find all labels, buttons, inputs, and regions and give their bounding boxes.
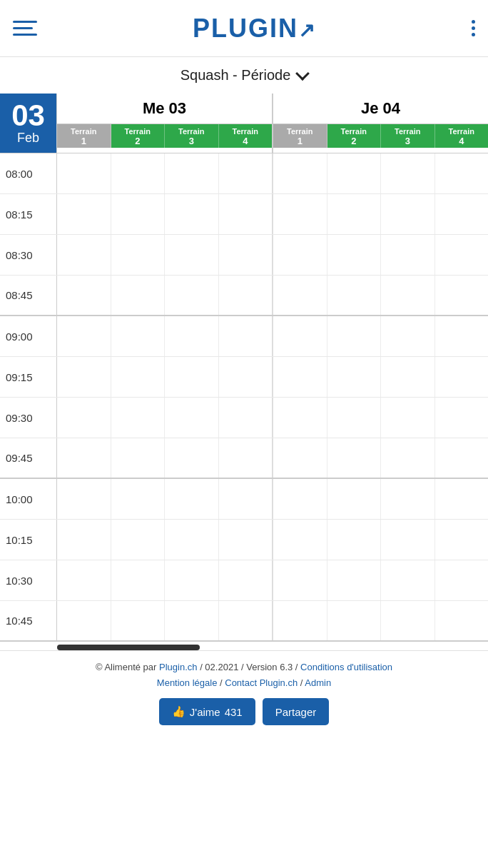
time-cell[interactable] [327,479,382,519]
time-cell[interactable] [381,398,435,438]
time-cell[interactable] [165,235,219,275]
time-cell[interactable] [381,194,435,234]
time-cell[interactable] [381,276,435,315]
time-cell[interactable] [165,276,219,315]
time-cell[interactable] [111,194,166,234]
terrain-cell-je04-1[interactable]: Terrain 1 [273,124,327,148]
time-cell[interactable] [327,194,382,234]
time-cell[interactable] [273,316,327,356]
time-cell[interactable] [57,479,111,519]
time-cell[interactable] [219,398,273,438]
time-cell[interactable] [327,601,382,640]
time-cell[interactable] [435,276,489,315]
time-cell[interactable] [273,153,327,193]
time-cell[interactable] [219,479,273,519]
time-cell[interactable] [219,194,273,234]
time-cell[interactable] [435,479,489,519]
time-cell[interactable] [273,276,327,315]
time-cell[interactable] [219,153,273,193]
time-cell[interactable] [327,276,382,315]
terrain-cell-me03-2[interactable]: Terrain 2 [111,124,166,148]
time-cell[interactable] [219,276,273,315]
time-cell[interactable] [435,357,489,397]
time-cell[interactable] [57,357,111,397]
time-cell[interactable] [273,438,327,478]
time-cell[interactable] [327,153,382,193]
time-cell[interactable] [327,438,382,478]
time-cell[interactable] [57,601,111,640]
time-cell[interactable] [165,194,219,234]
time-cell[interactable] [381,438,435,478]
time-cell[interactable] [165,560,219,600]
time-cell[interactable] [165,153,219,193]
conditions-link[interactable]: Conditions d'utilisation [300,662,392,672]
time-cell[interactable] [57,194,111,234]
time-cell[interactable] [111,235,166,275]
contact-link[interactable]: Contact Plugin.ch [225,677,298,688]
time-cell[interactable] [435,194,489,234]
terrain-cell-je04-2[interactable]: Terrain 2 [327,124,382,148]
time-cell[interactable] [219,520,273,560]
time-cell[interactable] [381,235,435,275]
time-cell[interactable] [381,153,435,193]
time-cell[interactable] [273,601,327,640]
time-cell[interactable] [327,357,382,397]
time-cell[interactable] [219,316,273,356]
time-cell[interactable] [57,153,111,193]
time-cell[interactable] [165,357,219,397]
time-cell[interactable] [435,235,489,275]
time-cell[interactable] [57,520,111,560]
time-cell[interactable] [273,560,327,600]
time-cell[interactable] [165,479,219,519]
time-cell[interactable] [57,560,111,600]
plugin-link[interactable]: Plugin.ch [159,662,197,672]
time-cell[interactable] [57,398,111,438]
terrain-cell-je04-3[interactable]: Terrain 3 [381,124,435,148]
time-cell[interactable] [273,357,327,397]
mention-link[interactable]: Mention légale [157,677,218,688]
time-cell[interactable] [219,560,273,600]
time-cell[interactable] [273,479,327,519]
time-cell[interactable] [165,601,219,640]
like-button[interactable]: 👍 J'aime 431 [159,698,255,725]
time-cell[interactable] [111,276,166,315]
admin-link[interactable]: Admin [305,677,331,688]
time-cell[interactable] [435,560,489,600]
time-cell[interactable] [165,520,219,560]
time-cell[interactable] [111,438,166,478]
more-menu-button[interactable] [472,20,475,36]
time-cell[interactable] [435,520,489,560]
terrain-cell-me03-4[interactable]: Terrain 4 [219,124,273,148]
time-cell[interactable] [273,235,327,275]
time-cell[interactable] [435,398,489,438]
time-cell[interactable] [219,235,273,275]
time-cell[interactable] [111,560,166,600]
time-cell[interactable] [57,438,111,478]
time-cell[interactable] [57,276,111,315]
time-cell[interactable] [219,438,273,478]
time-cell[interactable] [435,316,489,356]
time-cell[interactable] [273,194,327,234]
time-cell[interactable] [219,601,273,640]
time-cell[interactable] [273,520,327,560]
time-cell[interactable] [165,398,219,438]
share-button[interactable]: Partager [263,698,330,725]
terrain-cell-me03-3[interactable]: Terrain 3 [165,124,219,148]
menu-button[interactable] [13,21,37,36]
time-cell[interactable] [435,153,489,193]
time-cell[interactable] [327,398,382,438]
terrain-cell-me03-1[interactable]: Terrain 1 [57,124,111,148]
time-cell[interactable] [381,357,435,397]
time-cell[interactable] [381,520,435,560]
scrollbar[interactable] [57,645,200,650]
time-cell[interactable] [57,235,111,275]
time-cell[interactable] [327,316,382,356]
time-cell[interactable] [381,316,435,356]
time-cell[interactable] [57,316,111,356]
time-cell[interactable] [111,153,166,193]
time-cell[interactable] [381,560,435,600]
time-cell[interactable] [327,235,382,275]
time-cell[interactable] [111,601,166,640]
time-cell[interactable] [111,398,166,438]
time-cell[interactable] [111,316,166,356]
